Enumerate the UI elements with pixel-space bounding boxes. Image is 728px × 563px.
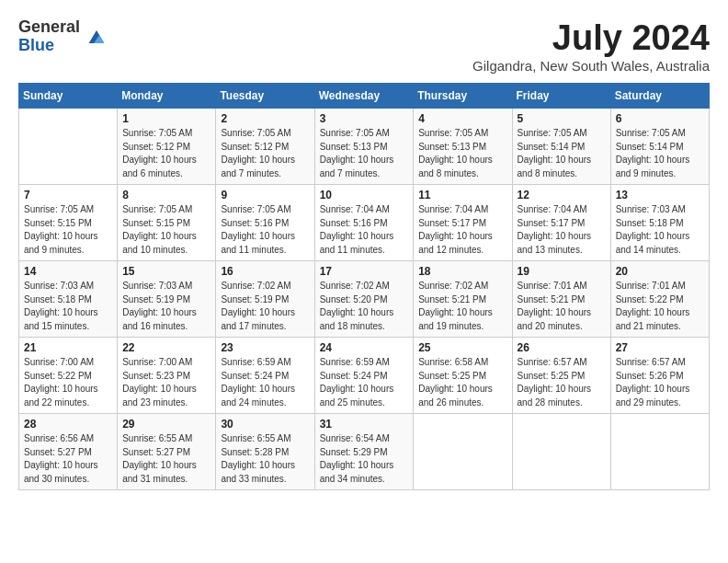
day-number: 26 xyxy=(518,341,606,354)
day-info: Sunrise: 7:04 AMSunset: 5:17 PMDaylight:… xyxy=(418,203,506,257)
day-cell: 20Sunrise: 7:01 AMSunset: 5:22 PMDayligh… xyxy=(610,261,709,338)
logo-general-text: General xyxy=(18,18,80,37)
logo-blue-text: Blue xyxy=(18,37,80,55)
day-number: 11 xyxy=(418,189,506,201)
day-cell: 17Sunrise: 7:02 AMSunset: 5:20 PMDayligh… xyxy=(314,261,414,338)
day-cell: 13Sunrise: 7:03 AMSunset: 5:18 PMDayligh… xyxy=(610,185,709,261)
week-row-5: 28Sunrise: 6:56 AMSunset: 5:27 PMDayligh… xyxy=(19,414,710,490)
header-row: SundayMondayTuesdayWednesdayThursdayFrid… xyxy=(19,84,710,109)
day-info: Sunrise: 7:03 AMSunset: 5:19 PMDaylight:… xyxy=(122,280,210,333)
day-cell: 30Sunrise: 6:55 AMSunset: 5:28 PMDayligh… xyxy=(216,414,314,490)
title-section: July 2024 Gilgandra, New South Wales, Au… xyxy=(472,18,710,74)
day-number: 8 xyxy=(122,189,210,201)
logo-icon xyxy=(84,24,109,50)
calendar-header: SundayMondayTuesdayWednesdayThursdayFrid… xyxy=(19,84,710,109)
day-number: 16 xyxy=(221,265,309,278)
day-info: Sunrise: 6:57 AMSunset: 5:26 PMDaylight:… xyxy=(616,356,704,409)
day-cell: 22Sunrise: 7:00 AMSunset: 5:23 PMDayligh… xyxy=(118,338,216,414)
day-number: 13 xyxy=(616,189,704,201)
header-cell-monday: Monday xyxy=(118,84,216,109)
day-number: 12 xyxy=(518,189,606,201)
day-number: 3 xyxy=(320,112,409,125)
day-info: Sunrise: 7:05 AMSunset: 5:15 PMDaylight:… xyxy=(122,203,210,257)
day-cell xyxy=(414,414,512,490)
month-title: July 2024 xyxy=(472,18,710,58)
day-number: 19 xyxy=(518,265,606,278)
day-cell xyxy=(19,109,118,185)
day-cell: 6Sunrise: 7:05 AMSunset: 5:14 PMDaylight… xyxy=(610,109,709,185)
day-cell: 4Sunrise: 7:05 AMSunset: 5:13 PMDaylight… xyxy=(414,109,512,185)
day-info: Sunrise: 7:05 AMSunset: 5:12 PMDaylight:… xyxy=(221,127,309,180)
calendar-body: 1Sunrise: 7:05 AMSunset: 5:12 PMDaylight… xyxy=(19,109,710,490)
day-number: 4 xyxy=(418,112,506,125)
logo[interactable]: General Blue xyxy=(18,18,109,55)
day-info: Sunrise: 7:04 AMSunset: 5:17 PMDaylight:… xyxy=(518,203,606,257)
day-cell xyxy=(610,414,709,490)
day-number: 30 xyxy=(221,418,309,431)
day-info: Sunrise: 7:05 AMSunset: 5:13 PMDaylight:… xyxy=(418,127,506,180)
header-cell-friday: Friday xyxy=(512,84,610,109)
day-cell: 18Sunrise: 7:02 AMSunset: 5:21 PMDayligh… xyxy=(414,261,512,338)
day-info: Sunrise: 6:59 AMSunset: 5:24 PMDaylight:… xyxy=(320,356,409,409)
day-cell: 27Sunrise: 6:57 AMSunset: 5:26 PMDayligh… xyxy=(610,338,709,414)
header-cell-thursday: Thursday xyxy=(414,84,512,109)
day-number: 1 xyxy=(122,112,210,125)
day-info: Sunrise: 6:57 AMSunset: 5:25 PMDaylight:… xyxy=(518,356,606,409)
day-number: 29 xyxy=(122,418,210,431)
day-number: 14 xyxy=(24,265,112,278)
day-cell: 9Sunrise: 7:05 AMSunset: 5:16 PMDaylight… xyxy=(216,185,314,261)
day-cell: 7Sunrise: 7:05 AMSunset: 5:15 PMDaylight… xyxy=(19,185,118,261)
day-number: 22 xyxy=(122,341,210,354)
day-cell: 25Sunrise: 6:58 AMSunset: 5:25 PMDayligh… xyxy=(414,338,512,414)
day-info: Sunrise: 7:05 AMSunset: 5:13 PMDaylight:… xyxy=(320,127,409,180)
day-cell: 31Sunrise: 6:54 AMSunset: 5:29 PMDayligh… xyxy=(314,414,414,490)
day-cell: 5Sunrise: 7:05 AMSunset: 5:14 PMDaylight… xyxy=(512,109,610,185)
day-cell: 8Sunrise: 7:05 AMSunset: 5:15 PMDaylight… xyxy=(118,185,216,261)
day-number: 5 xyxy=(518,112,606,125)
day-cell: 3Sunrise: 7:05 AMSunset: 5:13 PMDaylight… xyxy=(314,109,414,185)
day-cell: 19Sunrise: 7:01 AMSunset: 5:21 PMDayligh… xyxy=(512,261,610,338)
day-cell: 21Sunrise: 7:00 AMSunset: 5:22 PMDayligh… xyxy=(19,338,118,414)
day-info: Sunrise: 7:02 AMSunset: 5:20 PMDaylight:… xyxy=(320,280,409,333)
day-cell: 23Sunrise: 6:59 AMSunset: 5:24 PMDayligh… xyxy=(216,338,314,414)
day-cell: 2Sunrise: 7:05 AMSunset: 5:12 PMDaylight… xyxy=(216,109,314,185)
day-number: 10 xyxy=(320,189,409,201)
day-number: 6 xyxy=(616,112,704,125)
day-info: Sunrise: 6:54 AMSunset: 5:29 PMDaylight:… xyxy=(320,432,409,486)
week-row-1: 1Sunrise: 7:05 AMSunset: 5:12 PMDaylight… xyxy=(19,109,710,185)
day-info: Sunrise: 7:01 AMSunset: 5:21 PMDaylight:… xyxy=(518,280,606,333)
day-info: Sunrise: 7:01 AMSunset: 5:22 PMDaylight:… xyxy=(616,280,704,333)
day-info: Sunrise: 6:58 AMSunset: 5:25 PMDaylight:… xyxy=(418,356,506,409)
day-number: 27 xyxy=(616,341,704,354)
day-number: 18 xyxy=(418,265,506,278)
day-info: Sunrise: 7:03 AMSunset: 5:18 PMDaylight:… xyxy=(616,203,704,257)
calendar-table: SundayMondayTuesdayWednesdayThursdayFrid… xyxy=(18,83,710,490)
day-cell: 14Sunrise: 7:03 AMSunset: 5:18 PMDayligh… xyxy=(19,261,118,338)
day-info: Sunrise: 7:03 AMSunset: 5:18 PMDaylight:… xyxy=(24,280,112,333)
day-info: Sunrise: 6:55 AMSunset: 5:28 PMDaylight:… xyxy=(221,432,309,486)
header-cell-sunday: Sunday xyxy=(19,84,118,109)
day-info: Sunrise: 7:05 AMSunset: 5:12 PMDaylight:… xyxy=(122,127,210,180)
week-row-4: 21Sunrise: 7:00 AMSunset: 5:22 PMDayligh… xyxy=(19,338,710,414)
day-cell: 26Sunrise: 6:57 AMSunset: 5:25 PMDayligh… xyxy=(512,338,610,414)
day-number: 20 xyxy=(616,265,704,278)
day-number: 7 xyxy=(24,189,112,201)
day-info: Sunrise: 7:00 AMSunset: 5:22 PMDaylight:… xyxy=(24,356,112,409)
day-cell: 24Sunrise: 6:59 AMSunset: 5:24 PMDayligh… xyxy=(314,338,414,414)
day-number: 25 xyxy=(418,341,506,354)
day-number: 9 xyxy=(221,189,309,201)
day-cell: 11Sunrise: 7:04 AMSunset: 5:17 PMDayligh… xyxy=(414,185,512,261)
day-info: Sunrise: 6:59 AMSunset: 5:24 PMDaylight:… xyxy=(221,356,309,409)
day-cell: 10Sunrise: 7:04 AMSunset: 5:16 PMDayligh… xyxy=(314,185,414,261)
day-info: Sunrise: 6:55 AMSunset: 5:27 PMDaylight:… xyxy=(122,432,210,486)
day-number: 17 xyxy=(320,265,409,278)
day-info: Sunrise: 7:02 AMSunset: 5:21 PMDaylight:… xyxy=(418,280,506,333)
day-cell: 28Sunrise: 6:56 AMSunset: 5:27 PMDayligh… xyxy=(19,414,118,490)
day-number: 31 xyxy=(320,418,409,431)
day-info: Sunrise: 7:05 AMSunset: 5:15 PMDaylight:… xyxy=(24,203,112,257)
day-cell: 29Sunrise: 6:55 AMSunset: 5:27 PMDayligh… xyxy=(118,414,216,490)
day-cell xyxy=(512,414,610,490)
day-number: 2 xyxy=(221,112,309,125)
day-info: Sunrise: 7:00 AMSunset: 5:23 PMDaylight:… xyxy=(122,356,210,409)
day-info: Sunrise: 7:05 AMSunset: 5:14 PMDaylight:… xyxy=(518,127,606,180)
